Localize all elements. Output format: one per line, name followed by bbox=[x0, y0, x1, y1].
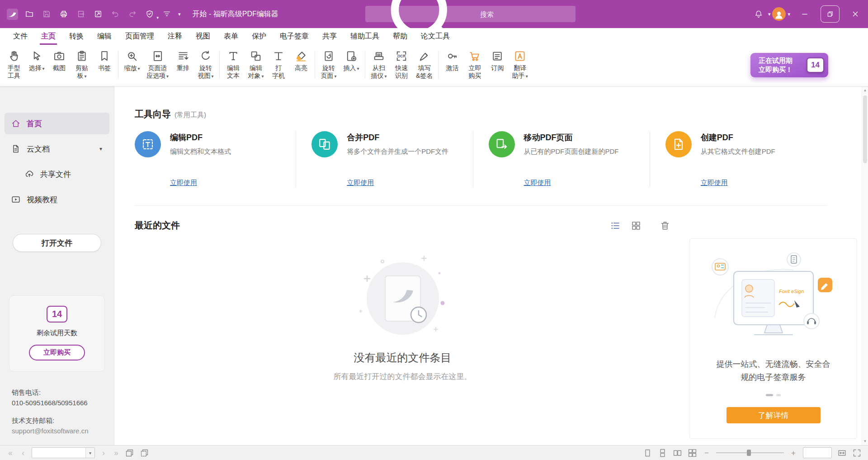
chevron-down-icon[interactable]: ▾ bbox=[99, 146, 102, 152]
edit-object-button[interactable]: 编辑对象▾ bbox=[245, 47, 267, 83]
zoom-slider[interactable] bbox=[716, 448, 784, 457]
hand-tool-button[interactable]: 手型工具 bbox=[3, 47, 25, 83]
promo-text-line2: 规的电子签章服务 bbox=[717, 371, 830, 384]
fit-width-icon[interactable] bbox=[837, 448, 847, 458]
edit-text-button[interactable]: 编辑文本 bbox=[222, 47, 245, 83]
quick-ocr-button[interactable]: OCR快速识别 bbox=[390, 47, 413, 83]
undo-icon[interactable] bbox=[108, 7, 123, 21]
activate-button[interactable]: 激活 bbox=[441, 47, 463, 83]
buy-now-button[interactable]: 立即购买 bbox=[29, 345, 85, 360]
menu-tab-0[interactable]: 文件 bbox=[6, 28, 34, 45]
snapshot-icon[interactable] bbox=[125, 448, 134, 458]
translate-assistant-button[interactable]: 翻译助手▾ bbox=[509, 47, 531, 83]
fullscreen-icon[interactable] bbox=[852, 448, 862, 458]
snapshot-add-icon[interactable] bbox=[140, 448, 149, 458]
menu-tab-7[interactable]: 表单 bbox=[217, 28, 245, 45]
menu-tab-12[interactable]: 帮助 bbox=[386, 28, 414, 45]
restore-button[interactable] bbox=[817, 0, 843, 28]
menu-tab-9[interactable]: 电子签章 bbox=[273, 28, 316, 45]
menu-tab-8[interactable]: 保护 bbox=[245, 28, 273, 45]
notifications-bell-icon[interactable] bbox=[751, 7, 766, 21]
menu-tab-6[interactable]: 视图 bbox=[189, 28, 217, 45]
snapshot-button[interactable]: 截图 bbox=[48, 47, 71, 83]
single-page-icon[interactable] bbox=[643, 448, 652, 458]
facing-icon[interactable] bbox=[673, 448, 682, 458]
toolbar-customize-icon[interactable] bbox=[159, 7, 175, 21]
menu-tab-3[interactable]: 编辑 bbox=[90, 28, 118, 45]
continuous-facing-icon[interactable] bbox=[688, 448, 697, 458]
menu-tab-10[interactable]: 共享 bbox=[316, 28, 344, 45]
print-icon[interactable] bbox=[56, 7, 71, 21]
grid-view-icon[interactable] bbox=[631, 220, 642, 231]
open-file-icon[interactable] bbox=[22, 7, 37, 21]
clipboard-button[interactable]: 剪贴板▾ bbox=[71, 47, 93, 83]
rotate-pages-button[interactable]: 旋转页面▾ bbox=[317, 47, 340, 83]
quick-toolbar-caret-icon[interactable]: ▾ bbox=[176, 11, 183, 17]
page-list-dropdown-button[interactable]: ▾ bbox=[85, 448, 94, 458]
rotate-view-button[interactable]: 旋转视图▾ bbox=[194, 47, 217, 83]
learn-more-button[interactable]: 了解详情 bbox=[726, 407, 821, 423]
prev-page-button[interactable]: ‹ bbox=[19, 449, 27, 457]
menu-tab-1[interactable]: 主页 bbox=[34, 28, 62, 45]
zoom-slider-thumb[interactable] bbox=[747, 450, 751, 456]
menu-tab-4[interactable]: 页面管理 bbox=[118, 28, 161, 45]
esign-protect-icon[interactable]: ▾ bbox=[142, 7, 157, 21]
search-box[interactable] bbox=[365, 6, 576, 22]
last-page-button[interactable]: » bbox=[112, 449, 120, 457]
page-fit-options-button[interactable]: 页面适应选项▾ bbox=[143, 47, 172, 83]
menu-tab-2[interactable]: 转换 bbox=[62, 28, 90, 45]
search-input[interactable] bbox=[480, 10, 570, 18]
redo-icon[interactable] bbox=[125, 7, 140, 21]
trial-purchase-badge[interactable]: 正在试用期 立即购买！ 14 bbox=[750, 53, 828, 77]
empty-state-title: 没有最近的文件条目 bbox=[135, 351, 670, 365]
first-page-button[interactable]: « bbox=[6, 449, 14, 457]
account-caret-icon[interactable]: ▾ bbox=[786, 11, 792, 17]
zoom-out-button[interactable]: − bbox=[703, 449, 711, 457]
select-button[interactable]: 选择▾ bbox=[25, 47, 48, 83]
user-avatar[interactable] bbox=[772, 7, 786, 21]
subscribe-button[interactable]: 订阅 bbox=[486, 47, 509, 83]
continuous-icon[interactable] bbox=[658, 448, 667, 458]
export-pdf-icon[interactable] bbox=[73, 7, 89, 21]
share-doc-icon[interactable] bbox=[90, 7, 106, 21]
menu-tab-11[interactable]: 辅助工具 bbox=[344, 28, 386, 45]
typewriter-button[interactable]: 打字机 bbox=[267, 47, 290, 83]
sidebar-item-cloud-docs[interactable]: 云文档▾ bbox=[5, 138, 109, 160]
close-button[interactable] bbox=[843, 0, 868, 28]
use-now-link[interactable]: 立即使用 bbox=[347, 179, 374, 187]
highlight-button[interactable]: 高亮 bbox=[290, 47, 312, 83]
scrollbar-thumb[interactable] bbox=[863, 95, 867, 163]
support-email-link[interactable]: support@foxitsoftware.cn bbox=[12, 426, 114, 436]
insert-pages-button[interactable]: 插入▾ bbox=[340, 47, 363, 83]
sidebar-item-video-tutorials[interactable]: 视频教程 bbox=[5, 189, 109, 210]
from-scanner-button[interactable]: 从扫描仪▾ bbox=[368, 47, 390, 83]
empty-illustration bbox=[355, 248, 450, 345]
use-now-link[interactable]: 立即使用 bbox=[524, 179, 551, 187]
save-icon[interactable] bbox=[39, 7, 54, 21]
buy-now-button[interactable]: 立即购买 bbox=[463, 47, 486, 83]
use-now-link[interactable]: 立即使用 bbox=[701, 179, 728, 187]
menu-tab-13[interactable]: 论文工具 bbox=[414, 28, 457, 45]
zoom-percent-input[interactable] bbox=[803, 447, 832, 458]
scroll-up-arrow-icon[interactable]: ▲ bbox=[863, 88, 867, 92]
zoom-in-button[interactable]: + bbox=[789, 449, 797, 457]
sidebar-item-shared-files[interactable]: 共享文件 bbox=[5, 163, 109, 185]
zoom-button[interactable]: 缩放▾ bbox=[121, 47, 143, 83]
fill-sign-button[interactable]: 填写&签名 bbox=[413, 47, 436, 83]
menu-tab-5[interactable]: 注释 bbox=[161, 28, 189, 45]
notifications-caret-icon[interactable]: ▾ bbox=[766, 11, 773, 17]
list-view-icon[interactable] bbox=[610, 220, 621, 231]
trash-icon[interactable] bbox=[660, 220, 670, 231]
sidebar-item-home[interactable]: 首页 bbox=[5, 113, 109, 134]
minimize-button[interactable] bbox=[792, 0, 817, 28]
use-now-link[interactable]: 立即使用 bbox=[170, 179, 197, 187]
reflow-button[interactable]: 重排 bbox=[172, 47, 194, 83]
open-file-button[interactable]: 打开文件 bbox=[13, 234, 101, 252]
vertical-scrollbar[interactable]: ▲ ▼ bbox=[862, 86, 868, 445]
page-number-input[interactable] bbox=[32, 448, 85, 458]
carousel-dot-active[interactable] bbox=[766, 394, 773, 396]
bookmark-button[interactable]: 书签 bbox=[93, 47, 116, 83]
next-page-button[interactable]: › bbox=[99, 449, 108, 457]
scroll-down-arrow-icon[interactable]: ▼ bbox=[863, 439, 867, 443]
carousel-dot[interactable] bbox=[776, 394, 781, 396]
